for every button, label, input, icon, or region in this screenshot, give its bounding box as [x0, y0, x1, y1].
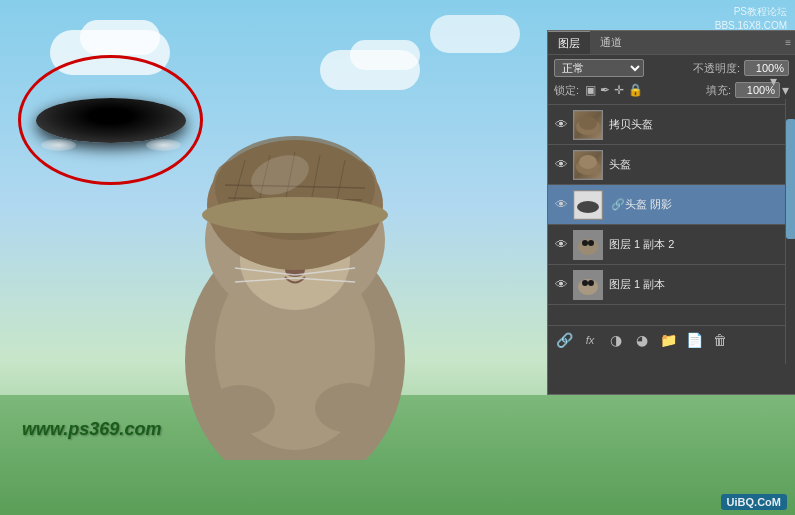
svg-point-43: [582, 280, 588, 286]
lock-row: 锁定: ▣ ✒ ✛ 🔒 填充: ▾: [554, 80, 789, 100]
lock-all-icon[interactable]: 🔒: [628, 83, 643, 97]
link-layers-button[interactable]: 🔗: [554, 330, 574, 350]
adjustment-layer-button[interactable]: ◕: [632, 330, 652, 350]
layer-name-2: 头盔 阴影: [625, 197, 672, 212]
opacity-input[interactable]: [744, 60, 789, 76]
svg-point-15: [205, 385, 275, 435]
layer-item-2[interactable]: 👁 🔗 头盔 阴影: [548, 185, 795, 225]
svg-point-27: [202, 197, 388, 233]
layer-eye-3[interactable]: 👁: [552, 236, 570, 254]
panel-header: 图层 通道 ≡: [548, 31, 795, 55]
panel-options: 正常 不透明度: ▾ 锁定: ▣ ✒ ✛ 🔒 填充: ▾: [548, 55, 795, 105]
layer-eye-2[interactable]: 👁: [552, 196, 570, 214]
layer-thumb-2: [573, 190, 603, 220]
layer-thumb-0: [573, 110, 603, 140]
layer-eye-0[interactable]: 👁: [552, 116, 570, 134]
lock-brush-icon[interactable]: ✒: [600, 83, 610, 97]
layer-eye-1[interactable]: 👁: [552, 156, 570, 174]
layer-item-1[interactable]: 👁 头盔: [548, 145, 795, 185]
delete-layer-button[interactable]: 🗑: [710, 330, 730, 350]
layers-panel: 图层 通道 ≡ 正常 不透明度: ▾ 锁定: ▣ ✒ ✛ 🔒: [547, 30, 795, 395]
lock-transparent-icon[interactable]: ▣: [585, 83, 596, 97]
blend-mode-dropdown[interactable]: 正常: [554, 59, 644, 77]
layers-list: 👁 拷贝头盔 👁: [548, 105, 795, 325]
layer-item-4[interactable]: 👁 图层 1 副本: [548, 265, 795, 305]
tab-channels[interactable]: 通道: [590, 31, 632, 54]
new-layer-button[interactable]: 📄: [684, 330, 704, 350]
ps-tutorial-watermark: PS教程论坛 BBS.16X8.COM: [715, 5, 787, 33]
layer-name-0: 拷贝头盔: [609, 117, 653, 132]
layers-toolbar: 🔗 fx ◑ ◕ 📁 📄 🗑: [548, 325, 795, 354]
layer-thumb-1: [573, 150, 603, 180]
panel-menu-button[interactable]: ≡: [785, 37, 791, 48]
layer-eye-4[interactable]: 👁: [552, 276, 570, 294]
layer-thumb-3: [573, 230, 603, 260]
fill-dropdown-arrow[interactable]: ▾: [782, 82, 789, 98]
svg-point-44: [588, 280, 594, 286]
svg-point-16: [315, 383, 385, 433]
layer-name-1: 头盔: [609, 157, 631, 172]
opacity-dropdown-arrow[interactable]: ▾: [770, 73, 777, 89]
scrollbar-track[interactable]: [785, 99, 795, 364]
svg-point-42: [578, 279, 598, 295]
layer-name-3: 图层 1 副本 2: [609, 237, 674, 252]
svg-point-36: [577, 201, 599, 213]
svg-point-34: [579, 155, 597, 169]
group-layers-button[interactable]: 📁: [658, 330, 678, 350]
layer-thumb-4: [573, 270, 603, 300]
main-canvas: www.ps369.com PS教程论坛 BBS.16X8.COM 图层 通道 …: [0, 0, 795, 515]
website-watermark: www.ps369.com: [22, 419, 161, 440]
scrollbar-thumb[interactable]: [786, 119, 795, 239]
layer-item-0[interactable]: 👁 拷贝头盔: [548, 105, 795, 145]
tab-layers[interactable]: 图层: [548, 31, 590, 54]
bottom-watermark: UiBQ.CoM: [721, 494, 787, 510]
fx-button[interactable]: fx: [580, 330, 600, 350]
lock-label: 锁定:: [554, 83, 579, 98]
layer-item-3[interactable]: 👁 图层 1 副本 2: [548, 225, 795, 265]
layer-name-4: 图层 1 副本: [609, 277, 665, 292]
fill-label: 填充:: [706, 83, 731, 98]
svg-point-30: [579, 116, 597, 130]
svg-point-38: [578, 239, 598, 255]
opacity-label: 不透明度:: [693, 61, 740, 76]
svg-point-40: [588, 240, 594, 246]
layer-chain-2: 🔗: [611, 198, 625, 211]
oval-preview: [18, 55, 203, 185]
lock-move-icon[interactable]: ✛: [614, 83, 624, 97]
add-mask-button[interactable]: ◑: [606, 330, 626, 350]
svg-point-39: [582, 240, 588, 246]
